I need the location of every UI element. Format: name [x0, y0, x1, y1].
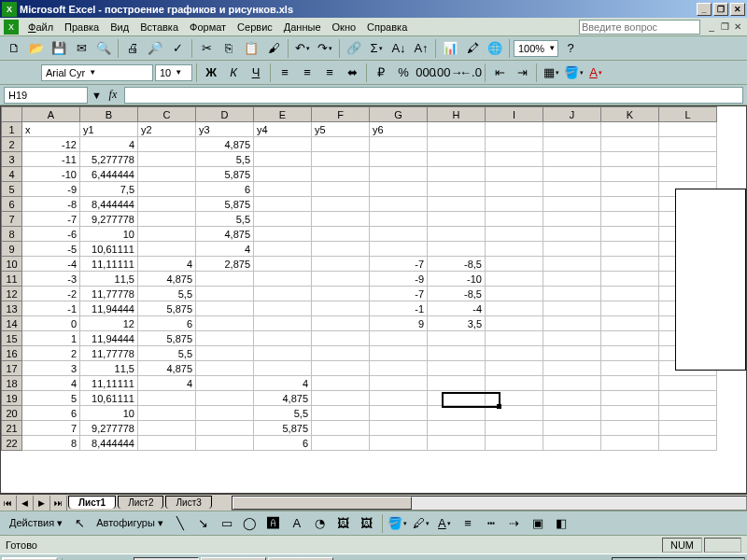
cell-C19[interactable]	[138, 391, 196, 406]
cell-B8[interactable]: 10	[80, 227, 138, 242]
cell-D20[interactable]	[196, 406, 254, 421]
cell-G13[interactable]: -1	[370, 301, 428, 316]
sheet-tab-1[interactable]: Лист1	[68, 496, 116, 509]
cell-I19[interactable]	[486, 391, 543, 406]
cell-F21[interactable]	[312, 421, 370, 436]
cell-F11[interactable]	[312, 272, 370, 287]
fill-color-draw-icon[interactable]: 🪣▾	[388, 513, 408, 534]
cell-E11[interactable]	[254, 272, 312, 287]
menu-insert[interactable]: Вставка	[134, 20, 184, 35]
tab-nav-prev-icon[interactable]: ◀	[17, 496, 34, 511]
cell-C16[interactable]: 5,5	[138, 346, 196, 361]
quicklaunch-desktop-icon[interactable]: 🖥	[66, 557, 87, 561]
cell-H5[interactable]	[428, 182, 486, 197]
cell-G22[interactable]	[370, 436, 428, 451]
col-header-I[interactable]: I	[486, 107, 543, 122]
cell-I14[interactable]	[486, 316, 543, 331]
taskbar-excel[interactable]: XMic…	[134, 557, 199, 561]
chevron-down-icon[interactable]: ▼	[548, 44, 556, 52]
cell-D21[interactable]	[196, 421, 254, 436]
cell-I17[interactable]	[486, 361, 543, 376]
cell-J4[interactable]	[543, 167, 601, 182]
cell-C9[interactable]	[138, 242, 196, 257]
cell-J20[interactable]	[543, 406, 601, 421]
cell-J5[interactable]	[543, 182, 601, 197]
rectangle-icon[interactable]: ▭	[217, 513, 237, 534]
cell-H17[interactable]	[428, 361, 486, 376]
cell-D18[interactable]	[196, 376, 254, 391]
cell-H22[interactable]	[428, 436, 486, 451]
cell-A20[interactable]: 6	[22, 406, 80, 421]
cell-B14[interactable]: 12	[80, 316, 138, 331]
cell-G17[interactable]	[370, 361, 428, 376]
cell-E22[interactable]: 6	[254, 436, 312, 451]
cell-D22[interactable]	[196, 436, 254, 451]
cell-G9[interactable]	[370, 242, 428, 257]
cell-H14[interactable]: 3,5	[428, 316, 486, 331]
cell-G4[interactable]	[370, 167, 428, 182]
cell-J15[interactable]	[543, 331, 601, 346]
mail-icon[interactable]: ✉	[71, 38, 92, 59]
col-header-E[interactable]: E	[254, 107, 312, 122]
cell-C10[interactable]: 4	[138, 257, 196, 272]
align-left-icon[interactable]: ≡	[275, 63, 295, 83]
cell-F22[interactable]	[312, 436, 370, 451]
taskbar-word[interactable]: WПО…	[201, 557, 266, 561]
row-header-5[interactable]: 5	[2, 182, 22, 197]
cell-A15[interactable]: 1	[22, 331, 80, 346]
cell-C8[interactable]	[138, 227, 196, 242]
cell-A8[interactable]: -6	[22, 227, 80, 242]
cell-A4[interactable]: -10	[22, 167, 80, 182]
cell-K19[interactable]	[601, 391, 659, 406]
cell-H7[interactable]	[428, 212, 486, 227]
cell-F16[interactable]	[312, 346, 370, 361]
cell-B21[interactable]: 9,277778	[80, 421, 138, 436]
row-header-6[interactable]: 6	[2, 197, 22, 212]
font-combo[interactable]: Arial Cyr▼	[41, 64, 153, 81]
cell-D5[interactable]: 6	[196, 182, 254, 197]
cell-B4[interactable]: 6,444444	[80, 167, 138, 182]
cell-K4[interactable]	[601, 167, 659, 182]
cell-H4[interactable]	[428, 167, 486, 182]
cell-A7[interactable]: -7	[22, 212, 80, 227]
cell-K8[interactable]	[601, 227, 659, 242]
cell-B10[interactable]: 11,11111	[80, 257, 138, 272]
cell-H13[interactable]: -4	[428, 301, 486, 316]
cell-E2[interactable]	[254, 137, 312, 152]
cell-B20[interactable]: 10	[80, 406, 138, 421]
cell-K10[interactable]	[601, 257, 659, 272]
cell-K3[interactable]	[601, 152, 659, 167]
cell-H11[interactable]: -10	[428, 272, 486, 287]
line-color-icon[interactable]: 🖊▾	[411, 513, 431, 534]
cell-H1[interactable]	[428, 122, 486, 137]
cell-F6[interactable]	[312, 197, 370, 212]
menu-edit[interactable]: Правка	[59, 20, 105, 35]
decrease-indent-icon[interactable]: ⇤	[489, 63, 510, 83]
cell-D1[interactable]: y3	[196, 122, 254, 137]
ask-input[interactable]	[579, 20, 700, 35]
cell-K12[interactable]	[601, 287, 659, 301]
sheet-tab-2[interactable]: Лист2	[118, 496, 163, 509]
menu-help[interactable]: Справка	[361, 20, 413, 35]
cell-I7[interactable]	[486, 212, 543, 227]
cell-B22[interactable]: 8,444444	[80, 436, 138, 451]
cell-D10[interactable]: 2,875	[196, 257, 254, 272]
cell-F4[interactable]	[312, 167, 370, 182]
cell-K16[interactable]	[601, 346, 659, 361]
quicklaunch-mail-icon[interactable]: ✉	[111, 557, 132, 561]
currency-icon[interactable]: ₽	[371, 63, 391, 83]
col-header-D[interactable]: D	[196, 107, 254, 122]
menu-format[interactable]: Формат	[184, 20, 232, 35]
cell-B5[interactable]: 7,5	[80, 182, 138, 197]
cell-D4[interactable]: 5,875	[196, 167, 254, 182]
cell-G1[interactable]: y6	[370, 122, 428, 137]
cell-L4[interactable]	[659, 167, 717, 182]
cell-L21[interactable]	[659, 421, 717, 436]
cell-K20[interactable]	[601, 406, 659, 421]
print-icon[interactable]: 🖨	[122, 38, 143, 59]
borders-icon[interactable]: ▦▾	[541, 63, 561, 83]
line-style-icon[interactable]: ≡	[458, 513, 478, 534]
cell-F13[interactable]	[312, 301, 370, 316]
cell-G8[interactable]	[370, 227, 428, 242]
cell-C6[interactable]	[138, 197, 196, 212]
